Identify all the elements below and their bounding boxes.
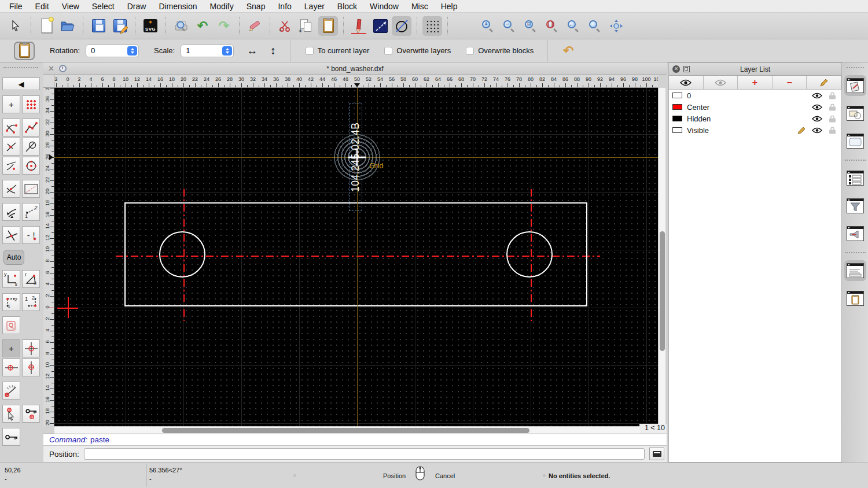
coordinate-cartesian-button[interactable]: y x <box>2 270 20 288</box>
show-all-layers-button[interactable] <box>669 76 704 89</box>
checkbox-icon[interactable] <box>384 47 392 55</box>
angle-gauge-button[interactable] <box>2 382 20 400</box>
draw-circle-button[interactable] <box>392 16 411 36</box>
restrict-orthogonal-button[interactable] <box>22 180 40 198</box>
flip-vertical-button[interactable]: ↕ <box>270 45 276 57</box>
layer-row-visible[interactable]: Visible <box>669 124 841 136</box>
open-file-button[interactable] <box>58 16 78 36</box>
clipboard-dock-button[interactable] <box>844 288 866 309</box>
zoom-window-button[interactable] <box>585 16 605 36</box>
snap-intersection-manual-button[interactable]: - ! ● <box>22 226 40 244</box>
layer-lock-icon[interactable] <box>829 115 836 123</box>
menu-layer[interactable]: Layer <box>304 2 325 11</box>
menu-block[interactable]: Block <box>337 2 357 11</box>
restrict-nothing-button[interactable] <box>2 316 20 334</box>
library-browser-dock-button[interactable] <box>844 131 866 151</box>
overwrite-layers-checkbox[interactable]: Overwrite layers <box>384 46 451 55</box>
layer-lock-icon[interactable] <box>829 92 836 99</box>
checkbox-icon[interactable] <box>466 47 474 55</box>
lock-zero-button[interactable] <box>2 428 20 446</box>
layer-row-center[interactable]: Center <box>669 101 841 113</box>
snap-intersection-auto-button[interactable] <box>2 203 20 221</box>
announce-dock-button[interactable] <box>844 223 866 244</box>
save-button[interactable] <box>89 16 108 36</box>
remove-layer-button[interactable]: − <box>773 76 807 89</box>
set-relative-zero-button[interactable] <box>2 405 20 423</box>
filter-dock-button[interactable] <box>844 195 866 216</box>
command-line-dock-button[interactable] <box>844 260 866 281</box>
position-input[interactable] <box>84 448 645 460</box>
snap-sequence-button[interactable]: 1 2 <box>22 203 40 221</box>
zoom-out-button[interactable]: − <box>499 16 519 36</box>
crosshair-horizontal-button[interactable] <box>2 358 20 376</box>
snap-tangent-button[interactable] <box>22 138 40 156</box>
snap-auto-button[interactable]: Auto <box>3 250 24 265</box>
layer-lock-icon[interactable] <box>829 127 836 134</box>
palette-back-button[interactable]: ◀ <box>2 77 40 90</box>
paste-button[interactable] <box>318 16 338 36</box>
layer-visibility-icon[interactable] <box>812 127 822 134</box>
layer-visibility-icon[interactable] <box>812 116 822 122</box>
back-action-button[interactable]: ↷ <box>563 43 573 58</box>
layer-row-hidden[interactable]: Hidden <box>669 113 841 124</box>
menu-file[interactable]: File <box>9 2 23 11</box>
menu-help[interactable]: Help <box>441 2 458 11</box>
stepper-icon[interactable] <box>127 46 137 56</box>
crosshair-vertical-button[interactable] <box>22 358 40 376</box>
entity-list-dock-button[interactable] <box>844 168 866 188</box>
edit-layer-button[interactable] <box>807 76 841 89</box>
print-preview-button[interactable] <box>171 16 191 36</box>
crosshair-circle-button[interactable] <box>22 339 40 357</box>
cut-button[interactable]: + <box>275 16 295 36</box>
zoom-pan-button[interactable] <box>606 16 626 36</box>
checkbox-icon[interactable] <box>306 47 314 55</box>
menu-modify[interactable]: Modify <box>210 2 234 11</box>
add-layer-button[interactable]: + <box>738 76 773 89</box>
save-as-button[interactable] <box>110 16 130 36</box>
menu-dimension[interactable]: Dimension <box>159 2 197 11</box>
paste-options-button[interactable] <box>14 42 35 60</box>
menu-info[interactable]: Info <box>278 2 291 11</box>
snap-free-button[interactable]: + <box>2 95 20 113</box>
snap-grid-button[interactable] <box>22 95 40 113</box>
relative-point-2-button[interactable]: 1 2 <box>22 293 40 311</box>
crosshair-plain-button[interactable]: + <box>2 339 20 357</box>
overwrite-blocks-checkbox[interactable]: Overwrite blocks <box>466 46 534 55</box>
menu-snap[interactable]: Snap <box>247 2 266 11</box>
drawing-canvas[interactable]: 104.245.02.4B Grid <box>54 88 658 426</box>
menu-window[interactable]: Window <box>370 2 399 11</box>
menu-view[interactable]: View <box>62 2 79 11</box>
hide-all-layers-button[interactable] <box>704 76 738 89</box>
snap-center-button[interactable] <box>22 157 40 175</box>
new-file-button[interactable] <box>36 16 56 36</box>
layer-visibility-icon[interactable] <box>812 93 822 99</box>
snap-endpoint-button[interactable] <box>2 119 20 136</box>
draw-line-button[interactable] <box>370 16 390 36</box>
layer-visibility-icon[interactable] <box>812 104 822 110</box>
horizontal-scrollbar[interactable] <box>54 426 639 434</box>
zoom-in-button[interactable]: + <box>478 16 498 36</box>
snap-on-entity-button[interactable] <box>22 119 40 136</box>
snap-intersection-button[interactable] <box>2 226 20 244</box>
scrollbar-thumb[interactable] <box>660 231 665 351</box>
scale-spinner[interactable] <box>181 45 234 57</box>
zoom-back-button[interactable]: ← <box>564 16 583 36</box>
coordinate-polar-button[interactable]: r a <box>22 270 40 288</box>
menu-misc[interactable]: Misc <box>411 2 428 11</box>
rotation-spinner[interactable] <box>86 45 139 57</box>
grid-toggle-button[interactable] <box>422 16 442 36</box>
snap-distance-button[interactable] <box>2 157 20 175</box>
keyboard-focus-button[interactable] <box>649 448 664 460</box>
lock-relative-zero-button[interactable] <box>22 405 40 423</box>
to-current-layer-checkbox[interactable]: To current layer <box>306 46 370 55</box>
delete-tool-button[interactable] <box>245 16 264 36</box>
draw-freehand-button[interactable] <box>349 16 369 36</box>
copy-button[interactable]: + <box>297 16 317 36</box>
flip-horizontal-button[interactable]: ↔ <box>247 45 258 57</box>
relative-point-1-button[interactable]: 1 2 <box>2 293 20 311</box>
vertical-scrollbar[interactable] <box>658 88 665 426</box>
scrollbar-thumb[interactable] <box>162 428 529 433</box>
snap-perpendicular-button[interactable] <box>2 138 20 156</box>
zoom-previous-button[interactable]: [ ] <box>542 16 562 36</box>
select-tool-button[interactable] <box>6 16 25 36</box>
